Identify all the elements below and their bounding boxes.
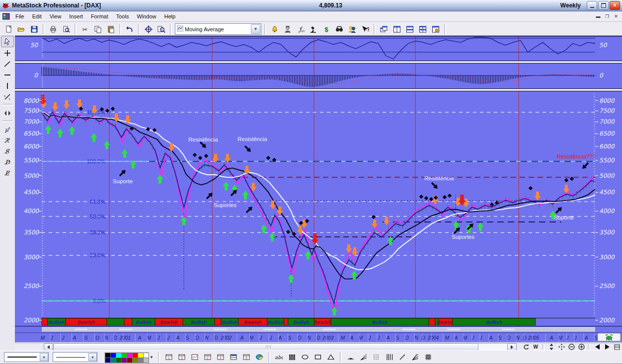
fit-vertical-button[interactable] — [546, 344, 556, 351]
open-button[interactable] — [15, 23, 28, 35]
chart-annotation-label[interactable]: Suporte — [113, 178, 133, 184]
minimize-button[interactable] — [587, 1, 597, 10]
page-left-button[interactable] — [592, 344, 602, 351]
palette-dropdown-arrow[interactable]: ▼ — [150, 355, 154, 360]
rectangle-tool-button[interactable] — [311, 351, 324, 363]
child-restore-button[interactable]: ❐ — [603, 13, 611, 20]
tile-grid-button[interactable] — [416, 23, 429, 35]
scroll-left-right-tool[interactable] — [1, 108, 13, 118]
dropdown-arrow-icon[interactable]: ▼ — [88, 353, 97, 361]
trendline-sl-tool[interactable]: sL — [1, 91, 13, 102]
maximize-button[interactable] — [598, 1, 609, 10]
page-right-button[interactable] — [602, 344, 612, 351]
chart-annotation-label[interactable]: Resistência — [424, 175, 454, 181]
dropdown-arrow-icon[interactable]: ▼ — [40, 353, 48, 361]
chart-annotation-label[interactable]: Suportes — [214, 202, 236, 208]
inner-window-4-button[interactable]: 4 — [214, 351, 227, 363]
indicator-builder-button[interactable]: ƒ(x) — [294, 23, 307, 35]
horizontal-line-tool[interactable] — [1, 70, 13, 80]
close-button[interactable]: × — [610, 1, 620, 10]
refresh-button[interactable] — [521, 344, 531, 351]
stacked-window-button[interactable] — [227, 351, 240, 363]
menu-item-help[interactable]: Help — [160, 12, 180, 20]
menu-item-view[interactable]: View — [46, 12, 66, 20]
inner-window-5-button[interactable]: 5 — [240, 351, 253, 363]
trendline-tool-button[interactable] — [396, 351, 409, 363]
pan-mode-button[interactable] — [556, 344, 566, 351]
line-weight-dropdown[interactable]: ▼ — [53, 352, 97, 362]
explorer-button[interactable] — [333, 23, 346, 35]
custom-indicator-s-tool[interactable]: S — [1, 146, 13, 156]
grid-tool-button[interactable] — [286, 351, 299, 363]
chart-annotation-label[interactable]: Resistência??? — [557, 153, 596, 159]
chart-3d-button[interactable] — [253, 351, 266, 363]
crosshair-pointer-button[interactable] — [142, 23, 155, 35]
inner-window-2-button[interactable]: 2 — [201, 351, 214, 363]
options-button[interactable] — [346, 23, 359, 35]
print-preview-button[interactable] — [60, 23, 73, 35]
pointer-tool[interactable] — [1, 36, 14, 47]
weekly-mode-button[interactable]: W — [531, 344, 541, 351]
plot-style-button[interactable] — [188, 351, 201, 363]
menu-item-format[interactable]: Format — [87, 12, 112, 20]
system-tester-button[interactable] — [307, 23, 320, 35]
vertical-line-tool[interactable] — [1, 80, 13, 91]
color-swatch-15[interactable] — [143, 358, 149, 363]
time-axis[interactable]: MJJASOND2001AMJJASOND2002AMJJASOND2003MA… — [15, 333, 622, 342]
inner-window-1-button[interactable]: 1 — [162, 351, 175, 363]
custom-indicator-k-tool[interactable]: µK — [1, 124, 13, 135]
scroll-left-button[interactable] — [44, 343, 53, 351]
menu-item-file[interactable]: File — [11, 12, 28, 20]
chart-annotation-label[interactable]: Resistência — [237, 136, 267, 142]
fibonacci-fan-button[interactable] — [357, 351, 370, 363]
cut-button[interactable]: ✂ — [78, 23, 91, 35]
crosshair-tool[interactable] — [1, 48, 13, 58]
chart-annotation-label[interactable]: Suportes — [452, 234, 474, 240]
expert-advisor-button[interactable] — [281, 23, 294, 35]
fibonacci-time-zones-button[interactable] — [383, 351, 396, 363]
undo-button[interactable] — [123, 23, 136, 35]
expert-corner-button[interactable] — [598, 333, 621, 341]
context-help-button[interactable]: ? — [359, 23, 372, 35]
custom-indicator-r-tool[interactable]: ℛ — [1, 135, 13, 146]
custom-indicator-d-tool[interactable]: D — [1, 157, 13, 167]
chart-annotation-label[interactable]: Suporte — [554, 215, 574, 220]
ellipse-tool-button[interactable] — [299, 351, 311, 363]
scrollbar-thumb[interactable] — [53, 343, 479, 351]
downloader-button[interactable]: $ — [320, 23, 333, 35]
scrollbar-track[interactable] — [478, 343, 507, 351]
line-style-dropdown[interactable]: ▼ — [4, 352, 49, 362]
grid-pattern-tool-button[interactable] — [422, 351, 435, 363]
menu-item-edit[interactable]: Edit — [28, 12, 46, 20]
trendline-diagonal-tool[interactable] — [1, 59, 13, 69]
scroll-right-button[interactable] — [507, 343, 517, 351]
speed-resistance-lines-button[interactable] — [409, 351, 422, 363]
copy-button[interactable] — [91, 23, 104, 35]
menu-item-tools[interactable]: Tools — [112, 12, 133, 20]
zoom-tool-button[interactable] — [155, 23, 168, 35]
custom-indicator-e-tool[interactable]: E — [1, 168, 13, 178]
new-chart-button[interactable] — [2, 23, 15, 35]
chart-annotation-label[interactable]: Resistência — [188, 137, 218, 143]
zoom-in-button[interactable] — [576, 344, 586, 351]
menu-item-insert[interactable]: Insert — [65, 12, 87, 20]
indicator-quicklist-dropdown[interactable]: Moving Average▼ — [175, 23, 261, 35]
triangle-tool-button[interactable] — [324, 351, 337, 363]
paste-button[interactable] — [104, 23, 117, 35]
layouts-button[interactable] — [429, 23, 442, 35]
data-window-button[interactable] — [612, 344, 622, 351]
fibonacci-arcs-button[interactable] — [344, 351, 357, 363]
cascade-windows-button[interactable] — [378, 23, 390, 35]
fibonacci-retracement-button[interactable] — [370, 351, 383, 363]
print-button[interactable] — [47, 23, 60, 35]
text-tool-button[interactable]: abc — [273, 351, 286, 363]
zoom-out-button[interactable] — [566, 344, 576, 351]
dropdown-arrow-icon[interactable]: ▼ — [251, 24, 260, 34]
child-minimize-button[interactable]: ▬ — [594, 13, 602, 20]
chart-area[interactable]: 161.8%100.0%61.8%50.0%38.2%23.6%0.0%Resi… — [15, 35, 622, 342]
alerts-button[interactable] — [268, 23, 281, 35]
tile-vertical-button[interactable] — [390, 23, 403, 35]
save-button[interactable] — [28, 23, 41, 35]
tile-horizontal-button[interactable] — [403, 23, 416, 35]
menu-item-window[interactable]: Window — [133, 12, 160, 20]
